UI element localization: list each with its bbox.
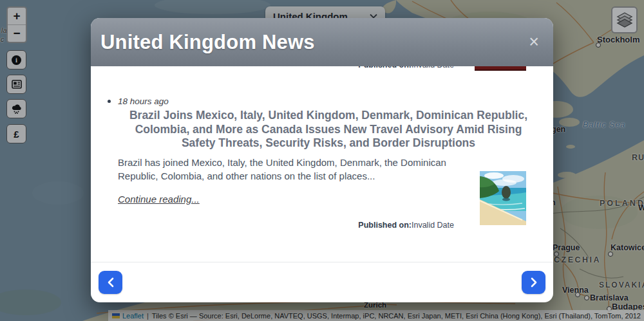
- chevron-right-icon: [531, 277, 537, 288]
- published-value: Invalid Date: [412, 221, 454, 230]
- close-icon[interactable]: ×: [529, 33, 539, 51]
- news-list: 18 hours ago Brazil Joins Mexico, Italy,…: [91, 95, 539, 230]
- article-time-ago: 18 hours ago: [118, 96, 539, 106]
- chevron-left-icon: [108, 277, 114, 288]
- article-excerpt: Brazil has joined Mexico, Italy, the Uni…: [118, 156, 469, 183]
- app-window: Stockholm Baltic Sea gen RUS n POLAND W …: [0, 0, 644, 321]
- article-published: Published on:Invalid Date: [118, 221, 454, 230]
- prev-published-label: Published on:: [358, 66, 412, 69]
- article-thumbnail: [480, 171, 526, 225]
- article-headline: Brazil Joins Mexico, Italy, United Kingd…: [118, 109, 539, 151]
- modal-footer: [91, 262, 553, 302]
- beach-photo: [480, 171, 526, 225]
- news-modal: United Kingdom News × Published on:Inval…: [91, 18, 553, 302]
- modal-title: United Kingdom News: [100, 31, 315, 54]
- prev-article-thumbnail: [475, 66, 526, 71]
- prev-article-published: Published on:Invalid Date: [358, 66, 454, 69]
- modal-header: United Kingdom News ×: [91, 18, 553, 66]
- news-scroll-area[interactable]: Published on:Invalid Date 18 hours ago B…: [91, 66, 553, 262]
- prev-page-button[interactable]: [99, 271, 122, 294]
- news-item: 18 hours ago Brazil Joins Mexico, Italy,…: [118, 95, 539, 230]
- next-page-button[interactable]: [522, 271, 545, 294]
- published-label: Published on:: [358, 221, 412, 230]
- continue-reading-link[interactable]: Continue reading...: [118, 194, 200, 205]
- prev-published-value: Invalid Date: [412, 66, 454, 69]
